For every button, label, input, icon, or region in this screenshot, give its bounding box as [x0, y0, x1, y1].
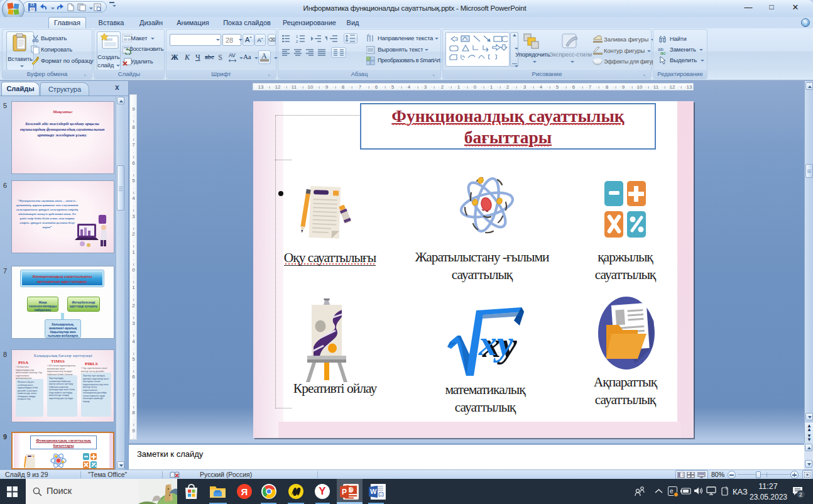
svg-text:ac: ac [660, 50, 665, 55]
svg-text:xy: xy [478, 322, 513, 363]
svg-text:2: 2 [296, 40, 298, 43]
svg-text:P: P [342, 488, 347, 496]
svg-text:1: 1 [296, 35, 298, 38]
svg-text:W: W [370, 488, 377, 495]
